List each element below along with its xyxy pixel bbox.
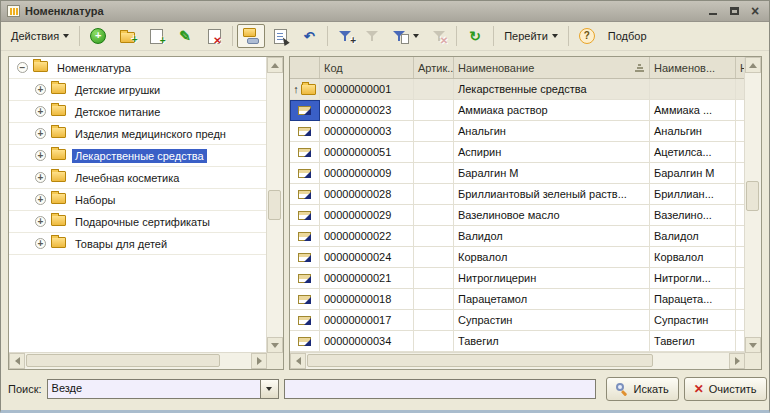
table-row[interactable]: 00000000003АнальгинАнальгин bbox=[290, 121, 745, 142]
scroll-down-button[interactable] bbox=[267, 337, 283, 353]
name-cell[interactable]: Нитроглицерин bbox=[454, 268, 650, 289]
full-name-cell[interactable]: Тавегил bbox=[650, 331, 736, 352]
help-button[interactable]: ? bbox=[573, 24, 601, 48]
tree-expander-icon[interactable]: − bbox=[17, 62, 28, 73]
column-header-Код[interactable]: Код bbox=[320, 57, 414, 78]
name-cell[interactable]: Вазелиновое масло bbox=[454, 205, 650, 226]
tree-expander-icon[interactable]: + bbox=[35, 84, 46, 95]
tree-vertical-scrollbar[interactable] bbox=[266, 57, 283, 353]
articul-cell[interactable] bbox=[414, 121, 454, 142]
table-row[interactable]: 00000000023Аммиака растворАммиака ... bbox=[290, 100, 745, 121]
column-header-Наименование[interactable]: Наименование bbox=[454, 57, 650, 78]
name-cell[interactable]: Аммиака раствор bbox=[454, 100, 650, 121]
scrollbar-thumb[interactable] bbox=[268, 190, 281, 220]
code-cell[interactable]: 00000000001 bbox=[320, 79, 414, 100]
table-row[interactable]: 00000000017СупрастинСупрастин bbox=[290, 310, 745, 331]
full-name-cell[interactable]: Аммиака ... bbox=[650, 100, 736, 121]
scroll-right-button[interactable] bbox=[251, 353, 267, 369]
add-group-icon[interactable]: + bbox=[113, 24, 141, 48]
full-name-cell[interactable]: Анальгин bbox=[650, 121, 736, 142]
full-name-cell[interactable]: Супрастин bbox=[650, 310, 736, 331]
tree-expander-icon[interactable]: + bbox=[35, 172, 46, 183]
search-button[interactable]: Искать bbox=[606, 377, 679, 401]
clear-filter-icon[interactable]: ✕ bbox=[426, 24, 452, 48]
table-row[interactable]: 00000000029Вазелиновое маслоВазелино... bbox=[290, 205, 745, 226]
table-row[interactable]: ↑00000000001Лекарственные средства bbox=[290, 79, 745, 100]
table-row[interactable]: 00000000028Бриллиантовый зеленый раств..… bbox=[290, 184, 745, 205]
name-cell[interactable]: Тавегил bbox=[454, 331, 650, 352]
articul-cell[interactable] bbox=[414, 205, 454, 226]
tree-expander-icon[interactable]: + bbox=[35, 238, 46, 249]
code-cell[interactable]: 00000000009 bbox=[320, 163, 414, 184]
row-type-icon-cell[interactable] bbox=[290, 310, 320, 331]
scroll-up-button[interactable] bbox=[745, 57, 761, 73]
full-name-cell[interactable]: Баралгин М bbox=[650, 163, 736, 184]
row-type-icon-cell[interactable] bbox=[290, 289, 320, 310]
code-cell[interactable]: 00000000024 bbox=[320, 247, 414, 268]
filter-settings-icon[interactable]: + bbox=[332, 24, 358, 48]
articul-cell[interactable] bbox=[414, 142, 454, 163]
full-name-cell[interactable]: Ацетилса... bbox=[650, 142, 736, 163]
code-cell[interactable]: 00000000017 bbox=[320, 310, 414, 331]
table-row[interactable]: 00000000051АспиринАцетилса... bbox=[290, 142, 745, 163]
full-name-cell[interactable]: Корвалол bbox=[650, 247, 736, 268]
row-type-icon-cell[interactable] bbox=[290, 205, 320, 226]
column-header-icon[interactable] bbox=[290, 57, 320, 78]
delete-icon[interactable]: ✕ bbox=[200, 24, 228, 48]
tree-item-6[interactable]: +Наборы bbox=[9, 189, 267, 211]
tree-item-2[interactable]: +Детское питание bbox=[9, 101, 267, 123]
titlebar[interactable]: Номенклатура × bbox=[1, 1, 769, 22]
full-name-cell[interactable]: Вазелино... bbox=[650, 205, 736, 226]
table-row[interactable]: 00000000009Баралгин МБаралгин М bbox=[290, 163, 745, 184]
code-cell[interactable]: 00000000034 bbox=[320, 331, 414, 352]
code-cell[interactable]: 00000000003 bbox=[320, 121, 414, 142]
clear-button[interactable]: ✕ Очистить bbox=[684, 377, 767, 401]
tree-expander-icon[interactable]: + bbox=[35, 216, 46, 227]
row-type-icon-cell[interactable] bbox=[290, 331, 320, 352]
code-cell[interactable]: 00000000023 bbox=[320, 100, 414, 121]
tree-item-1[interactable]: +Детские игрушки bbox=[9, 79, 267, 101]
articul-cell[interactable] bbox=[414, 310, 454, 331]
name-cell[interactable]: Бриллиантовый зеленый раств... bbox=[454, 184, 650, 205]
articul-cell[interactable] bbox=[414, 247, 454, 268]
full-name-cell[interactable]: Парацета... bbox=[650, 289, 736, 310]
restore-values-icon[interactable]: ↶ bbox=[295, 24, 323, 48]
scroll-up-button[interactable] bbox=[267, 57, 283, 73]
tree-horizontal-scrollbar[interactable] bbox=[9, 352, 267, 369]
tree-item-0[interactable]: −Номенклатура bbox=[9, 57, 267, 79]
tree-expander-icon[interactable]: + bbox=[35, 194, 46, 205]
name-cell[interactable]: Парацетамол bbox=[454, 289, 650, 310]
name-cell[interactable]: Анальгин bbox=[454, 121, 650, 142]
filter-by-value-icon[interactable] bbox=[386, 24, 425, 48]
code-cell[interactable]: 00000000051 bbox=[320, 142, 414, 163]
articul-cell[interactable] bbox=[414, 331, 454, 352]
table-row[interactable]: 00000000022ВалидолВалидол bbox=[290, 226, 745, 247]
code-cell[interactable]: 00000000022 bbox=[320, 226, 414, 247]
select-mode-icon[interactable] bbox=[266, 24, 294, 48]
table-horizontal-scrollbar[interactable] bbox=[290, 352, 745, 369]
code-cell[interactable]: 00000000021 bbox=[320, 268, 414, 289]
scroll-left-button[interactable] bbox=[9, 353, 25, 369]
search-input[interactable] bbox=[284, 379, 596, 399]
code-cell[interactable]: 00000000029 bbox=[320, 205, 414, 226]
code-cell[interactable]: 00000000018 bbox=[320, 289, 414, 310]
close-button[interactable]: × bbox=[747, 4, 763, 18]
goto-button[interactable]: Перейти bbox=[498, 24, 564, 48]
pick-button[interactable]: Подбор bbox=[602, 24, 653, 48]
search-scope-combo[interactable]: Везде bbox=[47, 379, 279, 399]
row-type-icon-cell[interactable] bbox=[290, 100, 320, 121]
column-header-Наименов...[interactable]: Наименов... bbox=[650, 57, 736, 78]
copy-icon[interactable]: + bbox=[142, 24, 170, 48]
name-cell[interactable]: Супрастин bbox=[454, 310, 650, 331]
articul-cell[interactable] bbox=[414, 79, 454, 100]
code-cell[interactable]: 00000000028 bbox=[320, 184, 414, 205]
row-type-icon-cell[interactable] bbox=[290, 142, 320, 163]
quick-filter-icon[interactable] bbox=[359, 24, 385, 48]
actions-button[interactable]: Действия bbox=[5, 24, 75, 48]
minimize-button[interactable] bbox=[705, 4, 721, 18]
tree-item-8[interactable]: +Товары для детей bbox=[9, 233, 267, 255]
full-name-cell[interactable]: Бриллиан... bbox=[650, 184, 736, 205]
scroll-down-button[interactable] bbox=[745, 337, 761, 353]
tree-item-3[interactable]: +Изделия медицинского предн bbox=[9, 123, 267, 145]
tree-expander-icon[interactable]: + bbox=[35, 128, 46, 139]
